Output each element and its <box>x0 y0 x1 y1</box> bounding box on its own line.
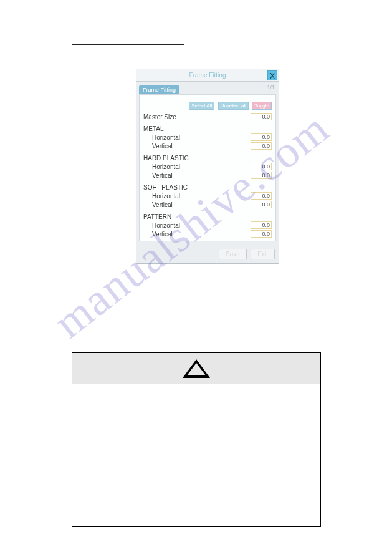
pager-label: 1/1 <box>267 84 275 90</box>
pattern-vertical-value[interactable]: 0.0 <box>251 230 272 238</box>
tab-frame-fitting[interactable]: Frame Fitting <box>139 85 179 94</box>
dialog-panel: Select All Unselect all Toggle Master Si… <box>139 94 276 241</box>
pattern-horizontal-row: Horizontal 0.0 <box>141 221 274 230</box>
dialog-footer: Save Exit <box>136 244 279 263</box>
row-label: Vertical <box>152 201 173 208</box>
hard-horizontal-row: Horizontal 0.0 <box>141 162 274 171</box>
toggle-button[interactable]: Toggle <box>252 102 272 110</box>
group-label: METAL <box>143 125 164 132</box>
master-size-value[interactable]: 0.0 <box>251 113 272 120</box>
metal-horizontal-value[interactable]: 0.0 <box>251 133 272 141</box>
caution-header <box>72 353 320 384</box>
soft-vertical-row: Vertical 0.0 <box>141 200 274 209</box>
group-label: PATTERN <box>143 213 171 220</box>
exit-button[interactable]: Exit <box>251 249 275 259</box>
hard-horizontal-value[interactable]: 0.0 <box>251 163 272 170</box>
warning-triangle-icon <box>183 359 210 378</box>
group-header-metal: METAL <box>141 125 274 133</box>
caution-box <box>72 352 321 527</box>
row-label: Horizontal <box>152 163 180 170</box>
group-header-soft-plastic: SOFT PLASTIC <box>141 183 274 191</box>
row-label: Horizontal <box>152 134 180 141</box>
select-all-button[interactable]: Select All <box>189 102 214 110</box>
close-icon[interactable]: X <box>267 70 277 80</box>
unselect-all-button[interactable]: Unselect all <box>218 102 249 110</box>
row-label: Horizontal <box>152 193 180 200</box>
group-label: SOFT PLASTIC <box>143 184 188 191</box>
metal-vertical-row: Vertical 0.0 <box>141 142 274 150</box>
selection-buttons: Select All Unselect all Toggle <box>141 97 274 112</box>
master-size-label: Master Size <box>143 114 176 120</box>
master-size-row: Master Size 0.0 <box>141 112 274 121</box>
pattern-horizontal-value[interactable]: 0.0 <box>251 221 272 229</box>
soft-vertical-value[interactable]: 0.0 <box>251 201 272 208</box>
hard-vertical-row: Vertical 0.0 <box>141 171 274 180</box>
save-button[interactable]: Save <box>219 249 247 259</box>
group-header-hard-plastic: HARD PLASTIC <box>141 154 274 162</box>
group-header-pattern: PATTERN <box>141 213 274 221</box>
row-label: Vertical <box>152 172 173 179</box>
frame-fitting-dialog: Frame Fitting X Frame Fitting 1/1 Select… <box>136 69 279 264</box>
metal-horizontal-row: Horizontal 0.0 <box>141 133 274 142</box>
row-label: Vertical <box>152 231 173 238</box>
tab-bar: Frame Fitting 1/1 <box>136 82 279 94</box>
row-label: Horizontal <box>152 222 180 229</box>
row-label: Vertical <box>152 143 173 150</box>
pattern-vertical-row: Vertical 0.0 <box>141 230 274 238</box>
soft-horizontal-row: Horizontal 0.0 <box>141 191 274 200</box>
hard-vertical-value[interactable]: 0.0 <box>251 172 272 179</box>
dialog-titlebar: Frame Fitting X <box>136 69 279 82</box>
section-divider <box>72 44 184 45</box>
dialog-title: Frame Fitting <box>136 69 279 82</box>
soft-horizontal-value[interactable]: 0.0 <box>251 192 272 200</box>
metal-vertical-value[interactable]: 0.0 <box>251 142 272 150</box>
group-label: HARD PLASTIC <box>143 155 189 162</box>
